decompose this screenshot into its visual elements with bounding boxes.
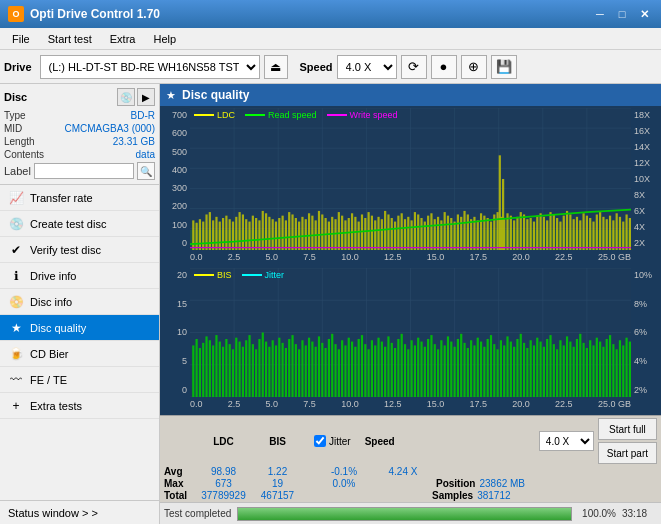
menu-extra[interactable]: Extra — [102, 29, 144, 49]
svg-rect-260 — [490, 335, 492, 397]
disc-label-row: Label 🔍 — [4, 162, 155, 180]
sidebar-item-disc-info[interactable]: 📀 Disc info — [0, 289, 159, 315]
svg-rect-132 — [566, 211, 568, 250]
svg-rect-29 — [225, 216, 227, 250]
chart2-y-left: 20 15 10 5 0 — [162, 268, 190, 397]
start-part-button[interactable]: Start part — [598, 442, 657, 464]
speed-label: Speed — [300, 61, 333, 73]
menu-start-test[interactable]: Start test — [40, 29, 100, 49]
sidebar-item-extra-tests[interactable]: + Extra tests — [0, 393, 159, 419]
svg-rect-293 — [599, 342, 601, 397]
svg-rect-249 — [453, 347, 455, 397]
menu-file[interactable]: File — [4, 29, 38, 49]
svg-rect-203 — [301, 340, 303, 397]
svg-rect-102 — [467, 214, 469, 249]
progress-text: 100.0% — [578, 508, 616, 519]
minimize-button[interactable]: ─ — [591, 5, 609, 23]
svg-rect-139 — [589, 218, 591, 250]
svg-rect-134 — [573, 219, 575, 250]
svg-rect-33 — [239, 212, 241, 250]
svg-rect-57 — [318, 211, 320, 250]
svg-rect-177 — [215, 335, 217, 397]
svg-rect-283 — [566, 336, 568, 397]
avg-jitter: -0.1% — [314, 466, 374, 477]
sidebar-item-cd-bier[interactable]: 🍺 CD Bier — [0, 341, 159, 367]
disc-label-button[interactable]: 🔍 — [137, 162, 155, 180]
svg-rect-150 — [625, 214, 627, 249]
legend-write-speed: Write speed — [327, 110, 398, 120]
disc-icon-2[interactable]: ▶ — [137, 88, 155, 106]
disc-icon-1[interactable]: 💿 — [117, 88, 135, 106]
svg-rect-255 — [473, 345, 475, 397]
fe-te-icon: 〰 — [8, 372, 24, 388]
jitter-checkbox[interactable] — [314, 435, 326, 447]
disc-length-value: 23.31 GB — [113, 136, 155, 147]
maximize-button[interactable]: □ — [613, 5, 631, 23]
eject-button[interactable]: ⏏ — [264, 55, 288, 79]
svg-rect-220 — [358, 339, 360, 397]
svg-rect-22 — [202, 222, 204, 250]
avg-ldc: 98.98 — [196, 466, 251, 477]
close-button[interactable]: ✕ — [635, 5, 653, 23]
svg-rect-63 — [338, 212, 340, 250]
svg-rect-190 — [258, 339, 260, 397]
drive-select[interactable]: (L:) HL-DT-ST BD-RE WH16NS58 TST4 — [40, 55, 260, 79]
svg-rect-53 — [305, 219, 307, 250]
svg-rect-229 — [387, 336, 389, 397]
chart1-legend: LDC Read speed Write speed — [194, 110, 397, 120]
svg-rect-239 — [420, 342, 422, 397]
menu-help[interactable]: Help — [145, 29, 184, 49]
svg-rect-188 — [252, 344, 254, 397]
refresh-button[interactable]: ⟳ — [401, 55, 427, 79]
svg-rect-71 — [364, 218, 366, 250]
disc-quality-icon: ★ — [8, 320, 24, 336]
disc-quality-title: Disc quality — [182, 88, 249, 102]
disc-quality-header-icon: ★ — [166, 89, 176, 102]
disc-label-input[interactable] — [34, 163, 134, 179]
svg-rect-75 — [377, 217, 379, 250]
svg-rect-207 — [315, 347, 317, 397]
disc-quality-header: ★ Disc quality — [160, 84, 661, 106]
start-full-button[interactable]: Start full — [598, 418, 657, 440]
sidebar-item-transfer-rate[interactable]: 📈 Transfer rate — [0, 185, 159, 211]
sidebar-item-label: Transfer rate — [30, 192, 93, 204]
svg-rect-69 — [358, 222, 360, 250]
max-bis: 19 — [255, 478, 300, 489]
chart1-area: LDC Read speed Write speed — [190, 108, 631, 250]
disc-info-icon: 📀 — [8, 294, 24, 310]
sidebar-item-label: CD Bier — [30, 348, 69, 360]
svg-rect-243 — [434, 344, 436, 397]
drive-label: Drive — [4, 61, 32, 73]
svg-rect-78 — [387, 214, 389, 249]
sidebar-item-disc-quality[interactable]: ★ Disc quality — [0, 315, 159, 341]
svg-rect-60 — [328, 222, 330, 250]
svg-rect-140 — [592, 222, 594, 250]
record-button[interactable]: ● — [431, 55, 457, 79]
svg-rect-43 — [272, 219, 274, 250]
add-button[interactable]: ⊕ — [461, 55, 487, 79]
sidebar-item-create-test-disc[interactable]: 💿 Create test disc — [0, 211, 159, 237]
samples-label: Samples — [432, 490, 473, 501]
sidebar-item-drive-info[interactable]: ℹ Drive info — [0, 263, 159, 289]
svg-rect-201 — [295, 344, 297, 397]
svg-rect-95 — [444, 212, 446, 250]
svg-rect-54 — [308, 213, 310, 250]
speed-select[interactable]: 4.0 X — [337, 55, 397, 79]
sidebar-item-fe-te[interactable]: 〰 FE / TE — [0, 367, 159, 393]
svg-rect-228 — [384, 347, 386, 397]
drive-bar: Drive (L:) HL-DT-ST BD-RE WH16NS58 TST4 … — [0, 50, 661, 84]
svg-rect-23 — [205, 214, 207, 249]
save-button[interactable]: 💾 — [491, 55, 517, 79]
svg-rect-235 — [407, 349, 409, 397]
jitter-checkbox-label[interactable]: Jitter — [314, 435, 351, 447]
test-speed-select[interactable]: 4.0 X — [539, 431, 594, 451]
disc-length-label: Length — [4, 136, 35, 147]
svg-rect-128 — [553, 214, 555, 249]
chart1-svg — [190, 108, 631, 250]
charts-container: 700 600 500 400 300 200 100 0 LDC — [160, 106, 661, 415]
svg-rect-224 — [371, 340, 373, 397]
chart2-y-right: 10% 8% 6% 4% 2% — [631, 268, 659, 397]
status-window-button[interactable]: Status window > > — [0, 500, 159, 524]
bis-header: BIS — [255, 436, 300, 447]
sidebar-item-verify-test-disc[interactable]: ✔ Verify test disc — [0, 237, 159, 263]
